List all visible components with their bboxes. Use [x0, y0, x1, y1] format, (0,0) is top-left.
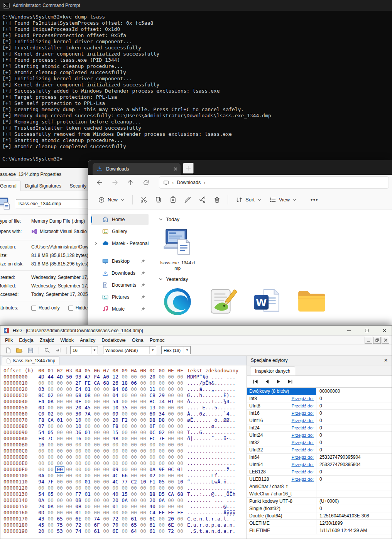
hex-row[interactable]: 000001000A000000000000004C66000002000000… [3, 473, 247, 479]
hex-byte[interactable]: 00 [83, 522, 92, 528]
inspector-row[interactable]: ULEB128Przejdź do:0 [247, 476, 392, 483]
hex-byte[interactable]: 00 [37, 380, 46, 386]
hex-byte[interactable]: 01 [74, 510, 83, 516]
hex-byte[interactable]: 00 [129, 405, 139, 411]
hex-byte[interactable]: BC [148, 399, 157, 405]
hex-byte[interactable]: 01 [55, 417, 64, 423]
hex-byte[interactable]: FF [176, 510, 185, 516]
sidebar-item-desktop[interactable]: Desktop [91, 255, 149, 267]
nav-first-button[interactable] [251, 377, 260, 386]
hex-byte[interactable]: 00 [83, 504, 92, 510]
hex-byte[interactable]: 00 [176, 485, 185, 491]
hex-byte[interactable]: 00 [55, 460, 64, 466]
hex-byte[interactable]: 00 [120, 442, 129, 448]
hex-byte[interactable]: 00 [64, 473, 74, 479]
properties-tab-digital-signatures[interactable]: Digital Signatures [21, 181, 66, 191]
hex-byte[interactable]: 00 [139, 491, 148, 497]
hex-byte[interactable]: 00 [176, 473, 185, 479]
nav-next-button[interactable] [274, 377, 283, 386]
hex-byte[interactable]: 00 [83, 460, 92, 466]
hex-byte[interactable]: 16 [74, 436, 83, 442]
hex-byte[interactable]: 00 [92, 491, 101, 497]
hex-byte[interactable]: B8 [148, 491, 157, 497]
menu-widok[interactable]: Widok [57, 336, 77, 344]
explorer-tab-downloads[interactable]: Downloads [93, 163, 181, 175]
hex-byte[interactable]: 00 [83, 442, 92, 448]
hex-byte[interactable]: 6E [74, 516, 83, 522]
hex-byte[interactable]: 00 [55, 423, 64, 429]
hex-byte[interactable]: 00 [101, 528, 111, 534]
hex-byte[interactable]: 00 [55, 497, 64, 504]
hex-byte[interactable]: 00 [139, 522, 148, 528]
goto-link[interactable]: Przejdź do: [291, 404, 314, 408]
hex-byte[interactable]: 00 [129, 460, 139, 466]
hex-byte[interactable]: 00 [64, 429, 74, 436]
hex-byte[interactable]: 00 [74, 460, 83, 466]
hex-row[interactable]: 0000012000000000000000000000000000000000… [3, 485, 247, 491]
hex-byte[interactable]: 00 [166, 473, 176, 479]
hex-byte[interactable]: 61 [148, 528, 157, 534]
hex-byte[interactable]: 00 [111, 442, 120, 448]
hex-byte[interactable]: 00 [176, 423, 185, 429]
hex-byte[interactable]: 00 [64, 411, 74, 417]
hex-byte[interactable]: 05 [157, 479, 166, 485]
hex-byte[interactable]: 20 [37, 504, 46, 510]
hex-byte[interactable]: 43 [37, 516, 46, 522]
hex-byte[interactable]: C2 [129, 479, 139, 485]
hex-byte[interactable]: 00 [166, 448, 176, 454]
hex-byte[interactable]: 00 [129, 485, 139, 491]
hex-byte[interactable]: FF [166, 510, 176, 516]
hex-byte[interactable]: 11 [148, 386, 157, 392]
hex-byte[interactable]: 00 [101, 473, 111, 479]
hex-byte[interactable]: 0A [46, 399, 55, 405]
hex-byte[interactable]: 00 [166, 429, 176, 436]
mdi-minimize-button[interactable] [365, 337, 372, 344]
hex-byte[interactable]: 00 [37, 460, 46, 466]
hex-byte[interactable]: 00 [157, 460, 166, 466]
hex-byte[interactable]: 00 [37, 454, 46, 460]
menu-analizy[interactable]: Analizy [77, 336, 98, 344]
hex-byte[interactable]: 00 [166, 479, 176, 485]
sidebar-item-pictures[interactable]: Pictures [91, 291, 149, 303]
goto-link[interactable]: Przejdź do: [291, 440, 314, 445]
hex-byte[interactable]: 01 [83, 479, 92, 485]
open-file-button[interactable] [15, 346, 24, 355]
hex-byte[interactable]: 0C [166, 466, 176, 473]
hex-byte[interactable]: FF [157, 510, 166, 516]
hex-byte[interactable]: 00 [129, 429, 139, 436]
hex-row[interactable]: 00000110947F0000000100004C77C210F1050010… [3, 479, 247, 485]
inspector-row[interactable]: UInt16Przejdź do:0 [247, 417, 392, 424]
inspector-row[interactable]: LEB128Przejdź do:0 [247, 468, 392, 476]
hex-byte[interactable]: 10 [176, 479, 185, 485]
hex-byte[interactable]: 68 [74, 392, 83, 399]
hex-byte[interactable]: 00 [139, 497, 148, 504]
hex-byte[interactable]: 00 [120, 466, 129, 473]
hex-byte[interactable]: 74 [92, 516, 101, 522]
hex-byte[interactable]: 00 [129, 417, 139, 423]
hex-row[interactable]: 000000905405000036010000150000000C020000… [3, 429, 247, 436]
close-button[interactable] [377, 326, 392, 335]
hex-byte[interactable]: 00 [120, 460, 129, 466]
hex-byte[interactable]: 00 [148, 454, 157, 460]
hex-row[interactable]: 00000010000000002FFECA682618060000000000… [3, 380, 247, 386]
hex-byte[interactable]: 00 [92, 473, 101, 479]
hex-byte[interactable]: 00 [83, 448, 92, 454]
hex-byte[interactable]: 4C [111, 473, 120, 479]
hex-byte[interactable]: 00 [157, 504, 166, 510]
hex-byte[interactable]: 00 [166, 417, 176, 423]
hex-byte[interactable]: 00 [129, 466, 139, 473]
hex-row[interactable]: 000000F00000000000000000090000000A9E0C01… [3, 466, 247, 473]
hex-byte[interactable]: 00 [101, 454, 111, 460]
goto-link[interactable]: Przejdź do: [291, 426, 314, 430]
hex-byte[interactable]: 00 [148, 448, 157, 454]
inspector-row[interactable]: AnsiChar / char8_t [247, 483, 392, 490]
hex-byte[interactable]: 01 [83, 386, 92, 392]
hex-byte[interactable]: 00 [176, 429, 185, 436]
hex-row[interactable]: 0000013054050000F701000040150000B8D5CA68… [3, 491, 247, 497]
hex-byte[interactable]: CA [92, 380, 101, 386]
hex-byte[interactable]: 00 [64, 423, 74, 429]
hex-byte[interactable]: 00 [129, 392, 139, 399]
hex-byte[interactable]: 00 [139, 423, 148, 429]
hex-byte[interactable]: 26 [111, 380, 120, 386]
hex-byte[interactable]: F8 [37, 417, 46, 423]
